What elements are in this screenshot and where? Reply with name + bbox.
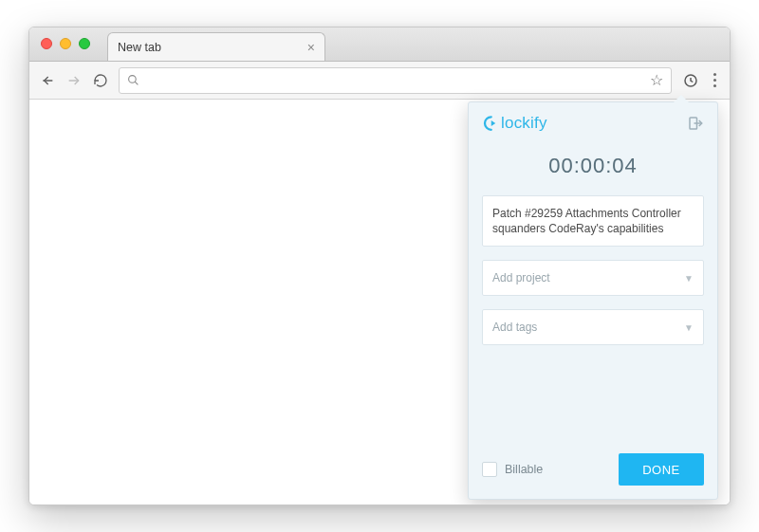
- chevron-down-icon: ▼: [684, 322, 694, 333]
- project-placeholder: Add project: [492, 271, 550, 284]
- reload-button[interactable]: [92, 72, 109, 89]
- popup-header: lockify: [469, 102, 717, 140]
- browser-tab[interactable]: New tab ×: [107, 32, 325, 61]
- svg-line-3: [135, 82, 138, 84]
- tab-title: New tab: [118, 41, 161, 54]
- window-close-button[interactable]: [41, 38, 52, 49]
- browser-window: New tab × ☆: [28, 27, 731, 505]
- back-button[interactable]: [39, 72, 56, 89]
- titlebar: New tab ×: [29, 28, 730, 62]
- toolbar: ☆: [29, 62, 730, 100]
- browser-menu-button[interactable]: [710, 73, 720, 87]
- address-input[interactable]: [147, 73, 642, 87]
- clockify-extension-icon[interactable]: [681, 71, 700, 90]
- forward-button[interactable]: [65, 72, 83, 89]
- logout-icon[interactable]: [687, 115, 704, 132]
- tags-select[interactable]: Add tags ▼: [482, 309, 704, 345]
- billable-toggle[interactable]: Billable: [482, 462, 543, 477]
- clockify-logo-icon: [482, 115, 499, 132]
- search-icon: [127, 74, 139, 86]
- address-bar[interactable]: ☆: [119, 67, 672, 94]
- window-maximize-button[interactable]: [79, 38, 90, 49]
- chevron-down-icon: ▼: [684, 273, 694, 284]
- done-button[interactable]: DONE: [619, 453, 704, 486]
- window-minimize-button[interactable]: [60, 38, 71, 49]
- project-select[interactable]: Add project ▼: [482, 260, 704, 296]
- description-field[interactable]: Patch #29259 Attachments Controller squa…: [482, 195, 704, 247]
- clockify-popup: lockify 00:00:04 Patch #29259 Attachment…: [468, 101, 718, 500]
- bookmark-star-icon[interactable]: ☆: [650, 71, 663, 89]
- svg-point-2: [129, 76, 137, 83]
- timer-display: 00:00:04: [469, 140, 717, 195]
- window-controls: [41, 38, 90, 49]
- clockify-logo-text: lockify: [501, 114, 547, 133]
- billable-checkbox[interactable]: [482, 462, 497, 477]
- tab-close-icon[interactable]: ×: [307, 41, 315, 54]
- page-content: lockify 00:00:04 Patch #29259 Attachment…: [29, 100, 730, 504]
- clockify-logo: lockify: [482, 114, 547, 133]
- svg-marker-5: [491, 120, 496, 126]
- billable-label: Billable: [505, 463, 543, 476]
- tags-placeholder: Add tags: [492, 321, 537, 334]
- popup-footer: Billable DONE: [469, 440, 717, 499]
